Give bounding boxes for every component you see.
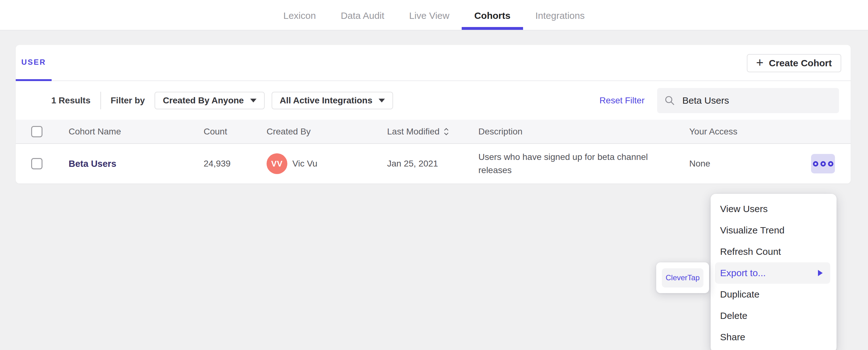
header-checkbox-cell (16, 126, 69, 137)
panel-tabs-row: USER + Create Cohort (16, 45, 851, 81)
table-header-row: Cohort Name Count Created By Last Modifi… (16, 120, 851, 144)
cohort-description: Users who have signed up for beta channe… (478, 150, 667, 177)
top-navigation-bar: Lexicon Data Audit Live View Cohorts Int… (0, 0, 868, 31)
ellipsis-icon (813, 161, 818, 167)
last-modified-value: Jan 25, 2021 (387, 159, 478, 169)
filter-bar: 1 Results Filter by Created By Anyone Al… (16, 81, 851, 120)
header-last-modified-label: Last Modified (387, 127, 440, 137)
menu-item-duplicate[interactable]: Duplicate (715, 284, 830, 305)
created-by-dropdown[interactable]: Created By Anyone (155, 92, 265, 109)
export-submenu: CleverTap (656, 262, 709, 293)
menu-item-share[interactable]: Share (715, 326, 830, 348)
submenu-item-clevertap[interactable]: CleverTap (662, 268, 704, 287)
sort-icon[interactable] (443, 127, 450, 136)
menu-item-delete[interactable]: Delete (715, 305, 830, 326)
cohort-name-link[interactable]: Beta Users (69, 159, 204, 169)
reset-filter-link[interactable]: Reset Filter (599, 96, 645, 106)
plus-icon: + (756, 56, 764, 69)
menu-item-export-to-label: Export to... (720, 268, 766, 278)
tab-user[interactable]: USER (16, 45, 52, 81)
menu-item-export-to[interactable]: Export to... (715, 262, 830, 284)
filter-divider (100, 92, 101, 109)
header-count: Count (204, 127, 267, 137)
search-box[interactable] (657, 88, 839, 113)
create-cohort-button[interactable]: + Create Cohort (747, 54, 841, 72)
header-cohort-name: Cohort Name (69, 127, 204, 137)
header-created-by: Created By (267, 127, 387, 137)
table-row: Beta Users 24,939 VV Vic Vu Jan 25, 2021… (16, 144, 851, 183)
header-last-modified[interactable]: Last Modified (387, 127, 478, 137)
cohort-count: 24,939 (204, 159, 267, 169)
created-by-name: Vic Vu (292, 159, 317, 169)
nav-tab-data-audit[interactable]: Data Audit (341, 0, 384, 30)
nav-tab-cohorts[interactable]: Cohorts (474, 0, 510, 30)
header-description: Description (478, 127, 689, 137)
results-count: 1 Results (51, 96, 91, 106)
search-icon (664, 95, 675, 106)
menu-item-refresh-count[interactable]: Refresh Count (715, 241, 830, 262)
row-actions-cell (811, 154, 851, 173)
cohorts-panel: USER + Create Cohort 1 Results Filter by… (16, 45, 851, 183)
main-nav: Lexicon Data Audit Live View Cohorts Int… (283, 0, 584, 30)
ellipsis-icon (828, 161, 833, 167)
nav-tab-lexicon[interactable]: Lexicon (283, 0, 316, 30)
select-all-checkbox[interactable] (31, 126, 42, 137)
search-input[interactable] (682, 95, 821, 106)
created-by-dropdown-value: Created By Anyone (163, 96, 244, 106)
chevron-down-icon (379, 99, 385, 102)
integrations-dropdown[interactable]: All Active Integrations (272, 92, 394, 109)
menu-item-view-users[interactable]: View Users (715, 198, 830, 220)
nav-tab-live-view[interactable]: Live View (409, 0, 450, 30)
avatar: VV (267, 153, 287, 174)
row-context-menu: View Users Visualize Trend Refresh Count… (711, 194, 837, 350)
filter-by-label: Filter by (111, 96, 145, 106)
header-your-access: Your Access (689, 127, 811, 137)
integrations-dropdown-value: All Active Integrations (280, 96, 373, 106)
submenu-arrow-icon (818, 270, 823, 276)
menu-item-visualize-trend[interactable]: Visualize Trend (715, 220, 830, 241)
row-checkbox[interactable] (31, 158, 42, 169)
page-body: USER + Create Cohort 1 Results Filter by… (0, 31, 868, 350)
ellipsis-icon (820, 161, 826, 167)
created-by-cell: VV Vic Vu (267, 153, 387, 174)
row-actions-button[interactable] (811, 154, 835, 173)
chevron-down-icon (250, 99, 256, 102)
create-cohort-label: Create Cohort (769, 58, 832, 69)
your-access-value: None (689, 159, 811, 169)
row-checkbox-cell (16, 158, 69, 169)
nav-tab-integrations[interactable]: Integrations (535, 0, 585, 30)
